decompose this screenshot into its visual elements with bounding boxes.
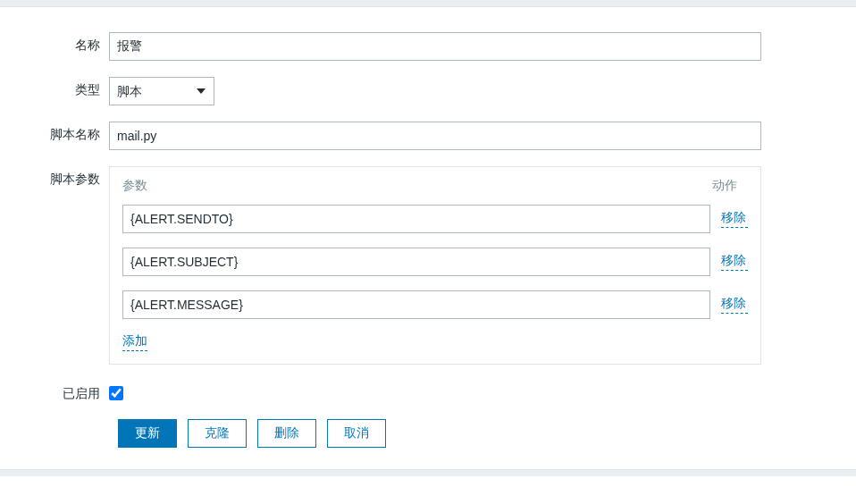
remove-link[interactable]: 移除 — [721, 253, 748, 271]
remove-link[interactable]: 移除 — [721, 210, 748, 228]
form-container: 名称 类型 脚本 脚本名称 脚本参数 参数 动作 — [0, 7, 856, 469]
params-header: 参数 动作 — [122, 178, 748, 194]
param-row: 移除 — [122, 290, 748, 319]
clone-button[interactable]: 克隆 — [188, 419, 247, 448]
cancel-button[interactable]: 取消 — [327, 419, 386, 448]
update-button[interactable]: 更新 — [118, 419, 177, 448]
type-select[interactable]: 脚本 — [109, 77, 214, 105]
label-script-name: 脚本名称 — [0, 122, 109, 143]
param-input[interactable] — [122, 248, 710, 276]
row-script-name: 脚本名称 — [0, 122, 856, 150]
params-header-action: 动作 — [712, 178, 748, 194]
row-script-params: 脚本参数 参数 动作 移除 移除 移除 添 — [0, 166, 856, 365]
label-script-params: 脚本参数 — [0, 166, 109, 188]
top-bar — [0, 0, 856, 7]
bottom-bar — [0, 469, 856, 476]
remove-link[interactable]: 移除 — [721, 296, 748, 314]
label-enabled: 已启用 — [0, 381, 109, 402]
button-row: 更新 克隆 删除 取消 — [118, 419, 856, 448]
param-row: 移除 — [122, 205, 748, 233]
enabled-checkbox[interactable] — [109, 386, 123, 400]
row-type: 类型 脚本 — [0, 77, 856, 105]
script-name-input[interactable] — [109, 122, 761, 150]
param-row: 移除 — [122, 248, 748, 276]
label-name: 名称 — [0, 32, 109, 54]
label-type: 类型 — [0, 77, 109, 98]
params-header-param: 参数 — [122, 178, 712, 194]
param-input[interactable] — [122, 205, 710, 233]
row-enabled: 已启用 — [0, 381, 856, 403]
delete-button[interactable]: 删除 — [257, 419, 316, 448]
add-link[interactable]: 添加 — [122, 333, 147, 351]
params-box: 参数 动作 移除 移除 移除 添加 — [109, 166, 761, 365]
name-input[interactable] — [109, 32, 761, 61]
row-name: 名称 — [0, 32, 856, 61]
param-input[interactable] — [122, 290, 710, 319]
